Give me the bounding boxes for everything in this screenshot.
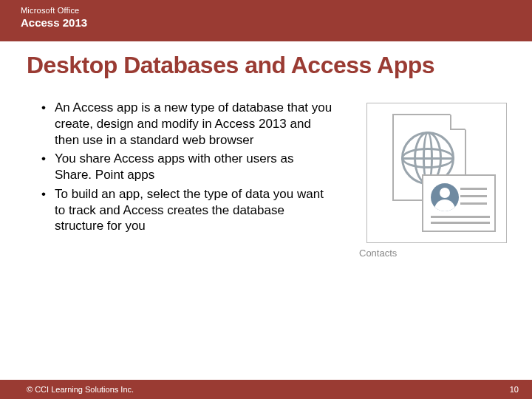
bullet-item: To build an app, select the type of data…	[41, 186, 334, 234]
slide-title: Desktop Databases and Access Apps	[27, 52, 511, 79]
contacts-tile-icon	[366, 103, 507, 243]
bullet-item: You share Access apps with other users a…	[41, 151, 334, 183]
header-brand: Microsoft Office	[21, 6, 511, 15]
footer-band: © CCI Learning Solutions Inc. 10	[0, 380, 532, 399]
page-number: 10	[510, 385, 519, 394]
copyright-text: © CCI Learning Solutions Inc.	[27, 385, 134, 394]
header-product: Access 2013	[21, 16, 511, 29]
header-band: Microsoft Office Access 2013	[0, 0, 532, 41]
figure-caption: Contacts	[359, 248, 511, 259]
contact-card-icon	[422, 174, 496, 232]
bullet-item: An Access app is a new type of database …	[41, 100, 334, 148]
body-area: An Access app is a new type of database …	[0, 86, 532, 259]
avatar-icon	[431, 183, 459, 211]
figure: Contacts	[356, 100, 511, 259]
bullet-list: An Access app is a new type of database …	[41, 100, 334, 259]
title-area: Desktop Databases and Access Apps	[0, 41, 532, 86]
